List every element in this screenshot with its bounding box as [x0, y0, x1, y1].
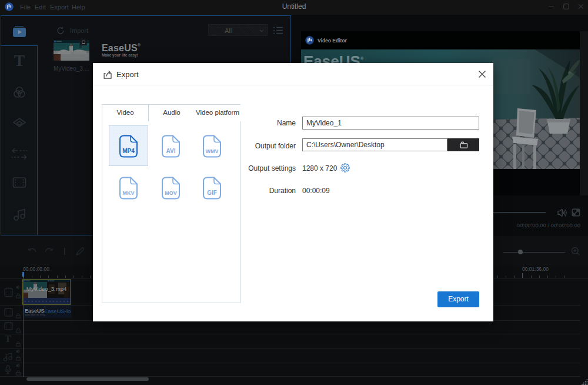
svg-text:MP4: MP4: [122, 148, 135, 154]
svg-text:MOV: MOV: [165, 190, 177, 196]
svg-text:AVI: AVI: [166, 148, 176, 154]
svg-text:MKV: MKV: [122, 190, 134, 196]
svg-text:WMV: WMV: [206, 148, 219, 154]
svg-text:GIF: GIF: [207, 190, 217, 196]
